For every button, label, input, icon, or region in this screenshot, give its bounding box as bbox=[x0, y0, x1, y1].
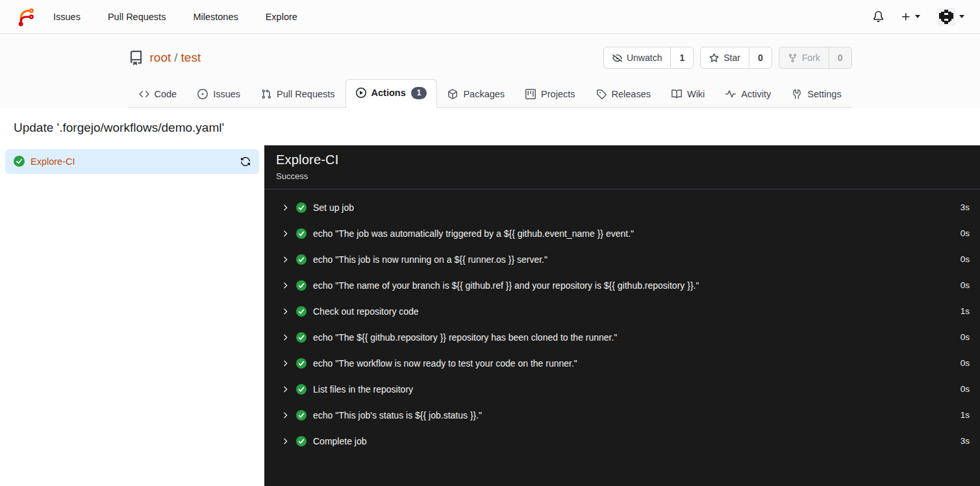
check-circle-icon bbox=[296, 254, 307, 265]
step-duration: 3s bbox=[961, 436, 970, 446]
primary-nav: Issues Pull Requests Milestones Explore bbox=[53, 12, 297, 22]
step-row[interactable]: echo "The name of your branch is ${{ git… bbox=[264, 273, 980, 298]
run-title-bar: Update '.forgejo/workflows/demo.yaml' bbox=[0, 108, 980, 145]
tab-wiki[interactable]: Wiki bbox=[661, 81, 715, 108]
step-name: Complete job bbox=[313, 436, 367, 446]
watch-count[interactable]: 1 bbox=[670, 47, 693, 68]
tab-label: Actions bbox=[371, 88, 406, 98]
unwatch-button[interactable]: Unwatch 1 bbox=[603, 47, 694, 69]
code-icon bbox=[139, 89, 149, 99]
check-circle-icon bbox=[296, 228, 307, 239]
job-name: Explore-CI bbox=[31, 156, 234, 167]
chevron-right-icon bbox=[281, 359, 290, 368]
run-view: Explore-CI Explore-CI Success Set up job… bbox=[0, 145, 980, 486]
check-circle-icon bbox=[296, 202, 307, 213]
step-row[interactable]: echo "The workflow is now ready to test … bbox=[264, 350, 980, 376]
step-row[interactable]: echo "This job is now running on a ${{ r… bbox=[264, 247, 980, 273]
check-circle-icon bbox=[296, 436, 307, 446]
tab-label: Wiki bbox=[687, 89, 705, 99]
repo-tab-bar: Code Issues Pull Requests Actions 1 bbox=[129, 79, 852, 108]
panel-job-status: Success bbox=[276, 171, 968, 181]
fork-count: 0 bbox=[829, 47, 851, 68]
step-name: Check out repository code bbox=[313, 306, 419, 317]
step-row[interactable]: echo "This job's status is ${{ job.statu… bbox=[264, 402, 980, 428]
step-duration: 0s bbox=[961, 358, 970, 368]
step-row[interactable]: List files in the repository 0s bbox=[264, 376, 980, 402]
top-navbar: Issues Pull Requests Milestones Explore bbox=[0, 0, 980, 34]
fork-button: Fork 0 bbox=[779, 47, 852, 69]
chevron-right-icon bbox=[281, 307, 290, 316]
tab-label: Packages bbox=[463, 89, 505, 99]
tab-releases[interactable]: Releases bbox=[586, 81, 661, 108]
star-button[interactable]: Star 0 bbox=[700, 47, 772, 69]
tab-activity[interactable]: Activity bbox=[715, 81, 781, 108]
step-row[interactable]: Check out repository code 1s bbox=[264, 298, 980, 324]
step-row[interactable]: Set up job 3s bbox=[264, 195, 980, 221]
step-name: echo "The ${{ github.repository }} repos… bbox=[313, 332, 617, 343]
package-icon bbox=[447, 89, 458, 99]
tab-code[interactable]: Code bbox=[129, 81, 188, 108]
step-duration: 1s bbox=[961, 410, 970, 420]
tab-actions[interactable]: Actions 1 bbox=[346, 79, 438, 108]
tab-label: Settings bbox=[807, 89, 841, 99]
pulse-icon bbox=[725, 89, 736, 99]
step-name: echo "This job is now running on a ${{ r… bbox=[313, 254, 547, 265]
step-duration: 0s bbox=[961, 254, 970, 264]
step-name: echo "This job's status is ${{ job.statu… bbox=[313, 410, 482, 420]
check-circle-icon bbox=[296, 280, 307, 291]
issue-circle-icon bbox=[197, 89, 208, 99]
tools-icon bbox=[792, 89, 802, 99]
chevron-right-icon bbox=[281, 437, 290, 446]
nav-link-issues[interactable]: Issues bbox=[53, 12, 81, 22]
step-row[interactable]: Complete job 3s bbox=[264, 428, 980, 454]
play-circle-icon bbox=[356, 88, 366, 98]
tab-issues[interactable]: Issues bbox=[187, 81, 251, 108]
tab-projects[interactable]: Projects bbox=[515, 81, 585, 108]
nav-link-milestones[interactable]: Milestones bbox=[193, 12, 238, 22]
step-duration: 3s bbox=[961, 202, 970, 212]
tab-label: Pull Requests bbox=[277, 89, 334, 99]
step-row[interactable]: echo "The job was automatically triggere… bbox=[264, 221, 980, 247]
forgejo-logo-icon[interactable] bbox=[16, 7, 35, 27]
repo-owner-link[interactable]: root bbox=[150, 51, 171, 64]
step-row[interactable]: echo "The ${{ github.repository }} repos… bbox=[264, 324, 980, 350]
chevron-right-icon bbox=[281, 385, 290, 394]
chevron-right-icon bbox=[281, 203, 290, 212]
rerun-job-icon[interactable] bbox=[240, 156, 251, 167]
star-icon bbox=[709, 53, 719, 63]
job-log-panel: Explore-CI Success Set up job 3s echo "T… bbox=[264, 145, 980, 486]
step-name: List files in the repository bbox=[313, 384, 413, 395]
project-board-icon bbox=[525, 89, 536, 99]
step-duration: 0s bbox=[961, 332, 970, 342]
chevron-right-icon bbox=[281, 281, 290, 290]
nav-link-explore[interactable]: Explore bbox=[266, 12, 297, 22]
tab-pull-requests[interactable]: Pull Requests bbox=[251, 81, 345, 108]
create-new-menu[interactable] bbox=[901, 12, 920, 22]
tab-packages[interactable]: Packages bbox=[437, 81, 515, 108]
chevron-right-icon bbox=[281, 411, 290, 420]
tab-label: Code bbox=[155, 89, 177, 99]
tab-settings[interactable]: Settings bbox=[781, 81, 851, 108]
git-pull-request-icon bbox=[261, 89, 271, 99]
step-name: echo "The job was automatically triggere… bbox=[313, 228, 634, 239]
notifications-bell-icon[interactable] bbox=[873, 11, 884, 22]
repo-path-separator: / bbox=[171, 51, 181, 64]
tab-label: Releases bbox=[612, 89, 651, 99]
step-name: echo "The workflow is now ready to test … bbox=[313, 358, 577, 369]
repo-title: root/test bbox=[129, 51, 201, 66]
nav-link-pull-requests[interactable]: Pull Requests bbox=[108, 12, 166, 22]
panel-job-name: Explore-CI bbox=[276, 152, 968, 167]
star-count[interactable]: 0 bbox=[749, 47, 772, 68]
workflow-run-title: Update '.forgejo/workflows/demo.yaml' bbox=[14, 121, 966, 135]
avatar bbox=[937, 8, 955, 26]
tab-label: Issues bbox=[213, 89, 240, 99]
steps-list: Set up job 3s echo "The job was automati… bbox=[264, 189, 980, 459]
check-circle-icon bbox=[14, 156, 25, 167]
forgejo-actions-page: Issues Pull Requests Milestones Explore bbox=[0, 0, 980, 486]
repo-name-link[interactable]: test bbox=[181, 51, 201, 64]
unwatch-label: Unwatch bbox=[627, 53, 662, 63]
step-duration: 1s bbox=[961, 306, 970, 316]
job-item-explore-ci[interactable]: Explore-CI bbox=[5, 149, 259, 174]
step-duration: 0s bbox=[961, 384, 970, 394]
user-menu[interactable] bbox=[937, 8, 964, 26]
